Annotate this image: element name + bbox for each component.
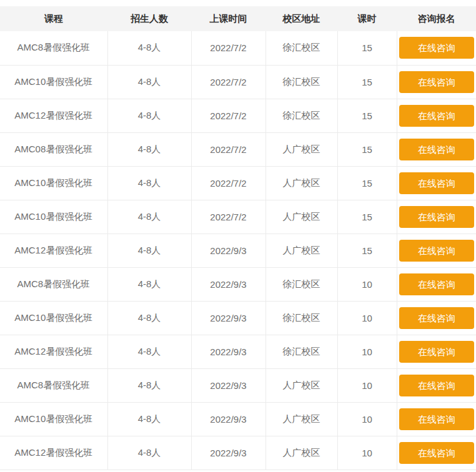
online-consult-button[interactable]: 在线咨询 [399,307,474,329]
table-row: AMC12暑假强化班 4-8人 2022/7/2 徐汇校区 15 在线咨询 [0,99,476,132]
cell-campus: 人广校区 [265,200,337,234]
table-row: AMC12暑假强化班 4-8人 2022/9/3 人广校区 10 在线咨询 [0,436,476,470]
cell-capacity: 4-8人 [107,402,191,436]
table-row: AMC8暑假强化班 4-8人 2022/9/3 人广校区 10 在线咨询 [0,368,476,402]
cell-campus: 徐汇校区 [265,99,337,132]
cell-course-name: AMC10暑假强化班 [0,65,107,99]
table-row: AMC08暑假强化班 4-8人 2022/7/2 人广校区 15 在线咨询 [0,132,476,166]
cell-capacity: 4-8人 [107,166,191,200]
online-consult-button[interactable]: 在线咨询 [399,341,474,363]
cell-campus: 人广校区 [265,166,337,200]
cell-hours: 10 [337,301,397,335]
cell-campus: 徐汇校区 [265,65,337,99]
online-consult-button[interactable]: 在线咨询 [399,139,474,160]
cell-hours: 15 [337,234,397,267]
cell-consult: 在线咨询 [397,132,476,166]
cell-hours: 15 [337,132,397,166]
online-consult-button[interactable]: 在线咨询 [399,172,474,194]
cell-capacity: 4-8人 [107,368,191,402]
cell-campus: 徐汇校区 [265,335,337,368]
cell-consult: 在线咨询 [397,301,476,335]
cell-start-date: 2022/9/3 [191,368,265,402]
cell-course-name: AMC8暑假强化班 [0,31,107,65]
cell-course-name: AMC12暑假强化班 [0,234,107,267]
online-consult-button[interactable]: 在线咨询 [399,206,474,228]
cell-capacity: 4-8人 [107,436,191,470]
cell-hours: 10 [337,402,397,436]
cell-course-name: AMC10暑假强化班 [0,301,107,335]
cell-start-date: 2022/7/2 [191,166,265,200]
col-header-hours: 课时 [337,6,397,31]
online-consult-button[interactable]: 在线咨询 [399,37,474,59]
cell-course-name: AMC08暑假强化班 [0,132,107,166]
cell-hours: 10 [337,436,397,470]
table-header-row: 课程 招生人数 上课时间 校区地址 课时 咨询报名 [0,6,476,31]
table-row: AMC12暑假强化班 4-8人 2022/9/3 徐汇校区 10 在线咨询 [0,335,476,368]
cell-consult: 在线咨询 [397,65,476,99]
table-row: AMC10暑假强化班 4-8人 2022/9/3 人广校区 10 在线咨询 [0,402,476,436]
table-body: AMC8暑假强化班 4-8人 2022/7/2 徐汇校区 15 在线咨询 AMC… [0,31,476,470]
cell-start-date: 2022/9/3 [191,335,265,368]
cell-capacity: 4-8人 [107,301,191,335]
cell-course-name: AMC8暑假强化班 [0,368,107,402]
cell-start-date: 2022/7/2 [191,200,265,234]
cell-campus: 人广校区 [265,132,337,166]
cell-consult: 在线咨询 [397,368,476,402]
cell-capacity: 4-8人 [107,99,191,132]
cell-capacity: 4-8人 [107,335,191,368]
cell-campus: 人广校区 [265,436,337,470]
cell-capacity: 4-8人 [107,200,191,234]
cell-course-name: AMC12暑假强化班 [0,335,107,368]
cell-capacity: 4-8人 [107,267,191,301]
table-row: AMC8暑假强化班 4-8人 2022/7/2 徐汇校区 15 在线咨询 [0,31,476,65]
cell-start-date: 2022/7/2 [191,132,265,166]
table-row: AMC10暑假强化班 4-8人 2022/9/3 徐汇校区 10 在线咨询 [0,301,476,335]
col-header-course: 课程 [0,6,107,31]
cell-consult: 在线咨询 [397,99,476,132]
cell-consult: 在线咨询 [397,31,476,65]
cell-start-date: 2022/9/3 [191,402,265,436]
cell-campus: 人广校区 [265,402,337,436]
table-row: AMC10暑假强化班 4-8人 2022/7/2 人广校区 15 在线咨询 [0,200,476,234]
table-header: 课程 招生人数 上课时间 校区地址 课时 咨询报名 [0,6,476,31]
cell-capacity: 4-8人 [107,65,191,99]
online-consult-button[interactable]: 在线咨询 [399,273,474,295]
cell-start-date: 2022/9/3 [191,301,265,335]
online-consult-button[interactable]: 在线咨询 [399,442,474,464]
cell-course-name: AMC12暑假强化班 [0,99,107,132]
cell-consult: 在线咨询 [397,200,476,234]
cell-start-date: 2022/9/3 [191,267,265,301]
online-consult-button[interactable]: 在线咨询 [399,71,474,93]
col-header-time: 上课时间 [191,6,265,31]
cell-hours: 10 [337,368,397,402]
col-header-campus: 校区地址 [265,6,337,31]
cell-start-date: 2022/7/2 [191,99,265,132]
cell-start-date: 2022/7/2 [191,31,265,65]
cell-consult: 在线咨询 [397,166,476,200]
cell-hours: 10 [337,335,397,368]
online-consult-button[interactable]: 在线咨询 [399,375,474,396]
cell-consult: 在线咨询 [397,402,476,436]
online-consult-button[interactable]: 在线咨询 [399,240,474,262]
online-consult-button[interactable]: 在线咨询 [399,408,474,430]
cell-consult: 在线咨询 [397,436,476,470]
table-row: AMC10暑假强化班 4-8人 2022/7/2 徐汇校区 15 在线咨询 [0,65,476,99]
cell-hours: 15 [337,200,397,234]
cell-course-name: AMC12暑假强化班 [0,436,107,470]
cell-campus: 徐汇校区 [265,267,337,301]
cell-hours: 15 [337,65,397,99]
cell-campus: 徐汇校区 [265,301,337,335]
cell-start-date: 2022/9/3 [191,436,265,470]
cell-start-date: 2022/9/3 [191,234,265,267]
cell-course-name: AMC10暑假强化班 [0,166,107,200]
cell-hours: 15 [337,99,397,132]
online-consult-button[interactable]: 在线咨询 [399,105,474,127]
cell-capacity: 4-8人 [107,132,191,166]
cell-campus: 徐汇校区 [265,31,337,65]
cell-hours: 15 [337,31,397,65]
table-row: AMC10暑假强化班 4-8人 2022/7/2 人广校区 15 在线咨询 [0,166,476,200]
cell-capacity: 4-8人 [107,234,191,267]
cell-consult: 在线咨询 [397,335,476,368]
table-row: AMC8暑假强化班 4-8人 2022/9/3 徐汇校区 10 在线咨询 [0,267,476,301]
cell-consult: 在线咨询 [397,234,476,267]
